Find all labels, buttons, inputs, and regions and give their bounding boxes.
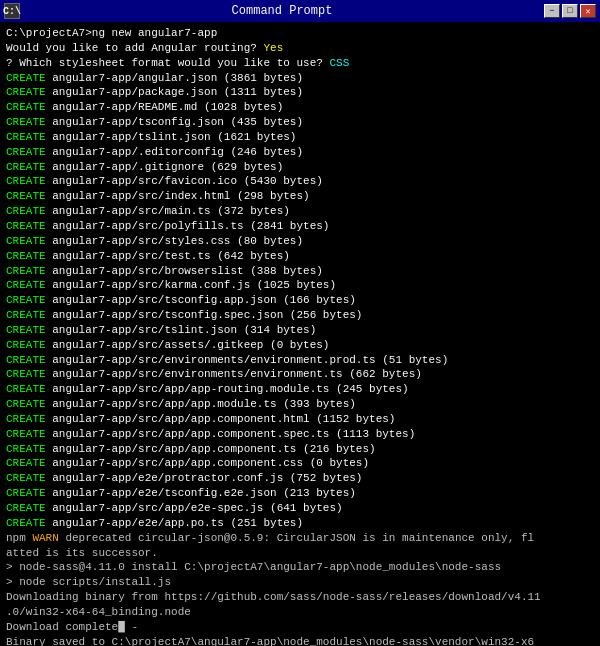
console-line: CREATE angular7-app/tsconfig.json (435 b…: [6, 115, 594, 130]
console-line: Download complete█ -: [6, 620, 594, 635]
console-line: CREATE angular7-app/src/app/app.componen…: [6, 427, 594, 442]
minimize-button[interactable]: −: [544, 4, 560, 18]
console-line: CREATE angular7-app/src/assets/.gitkeep …: [6, 338, 594, 353]
console-line: CREATE angular7-app/src/app/e2e-spec.js …: [6, 501, 594, 516]
title-bar-buttons: − □ ✕: [544, 4, 596, 18]
console-line: CREATE angular7-app/src/app/app.module.t…: [6, 397, 594, 412]
console-line: ? Which stylesheet format would you like…: [6, 56, 594, 71]
console-line: CREATE angular7-app/src/test.ts (642 byt…: [6, 249, 594, 264]
console-line: CREATE angular7-app/e2e/app.po.ts (251 b…: [6, 516, 594, 531]
console-line: CREATE angular7-app/src/environments/env…: [6, 353, 594, 368]
console-line: CREATE angular7-app/src/index.html (298 …: [6, 189, 594, 204]
console-line: CREATE angular7-app/src/app/app.componen…: [6, 442, 594, 457]
console-line: CREATE angular7-app/src/tslint.json (314…: [6, 323, 594, 338]
console-line: CREATE angular7-app/README.md (1028 byte…: [6, 100, 594, 115]
maximize-button[interactable]: □: [562, 4, 578, 18]
title-bar: C:\ Command Prompt − □ ✕: [0, 0, 600, 22]
console-line: Binary saved to C:\projectA7\angular7-ap…: [6, 635, 594, 646]
close-button[interactable]: ✕: [580, 4, 596, 18]
console-line: CREATE angular7-app/src/polyfills.ts (28…: [6, 219, 594, 234]
console-line: CREATE angular7-app/package.json (1311 b…: [6, 85, 594, 100]
console-line: > node-sass@4.11.0 install C:\projectA7\…: [6, 560, 594, 575]
console-line: CREATE angular7-app/.gitignore (629 byte…: [6, 160, 594, 175]
console-line: CREATE angular7-app/src/app/app-routing.…: [6, 382, 594, 397]
console-line: > node scripts/install.js: [6, 575, 594, 590]
console-line: CREATE angular7-app/src/browserslist (38…: [6, 264, 594, 279]
console-line: CREATE angular7-app/e2e/tsconfig.e2e.jso…: [6, 486, 594, 501]
console-line: CREATE angular7-app/tslint.json (1621 by…: [6, 130, 594, 145]
console-line: atted is its successor.: [6, 546, 594, 561]
console-line: Downloading binary from https://github.c…: [6, 590, 594, 605]
title-bar-title: Command Prompt: [20, 4, 544, 18]
console-line: CREATE angular7-app/src/styles.css (80 b…: [6, 234, 594, 249]
window-icon: C:\: [4, 3, 20, 19]
console-line: CREATE angular7-app/src/main.ts (372 byt…: [6, 204, 594, 219]
console-line: CREATE angular7-app/src/tsconfig.spec.js…: [6, 308, 594, 323]
console-line: Would you like to add Angular routing? Y…: [6, 41, 594, 56]
console-line: CREATE angular7-app/.editorconfig (246 b…: [6, 145, 594, 160]
console-line: CREATE angular7-app/e2e/protractor.conf.…: [6, 471, 594, 486]
console-line: npm WARN deprecated circular-json@0.5.9:…: [6, 531, 594, 546]
console-line: CREATE angular7-app/src/tsconfig.app.jso…: [6, 293, 594, 308]
console-line: CREATE angular7-app/src/favicon.ico (543…: [6, 174, 594, 189]
title-bar-left: C:\: [4, 3, 20, 19]
console-line: CREATE angular7-app/angular.json (3861 b…: [6, 71, 594, 86]
console-line: CREATE angular7-app/src/karma.conf.js (1…: [6, 278, 594, 293]
console-line: CREATE angular7-app/src/app/app.componen…: [6, 456, 594, 471]
console-line: CREATE angular7-app/src/app/app.componen…: [6, 412, 594, 427]
console-line: C:\projectA7>ng new angular7-app: [6, 26, 594, 41]
window: C:\ Command Prompt − □ ✕ C:\projectA7>ng…: [0, 0, 600, 646]
console-output: C:\projectA7>ng new angular7-appWould yo…: [0, 22, 600, 646]
console-line: .0/win32-x64-64_binding.node: [6, 605, 594, 620]
console-line: CREATE angular7-app/src/environments/env…: [6, 367, 594, 382]
